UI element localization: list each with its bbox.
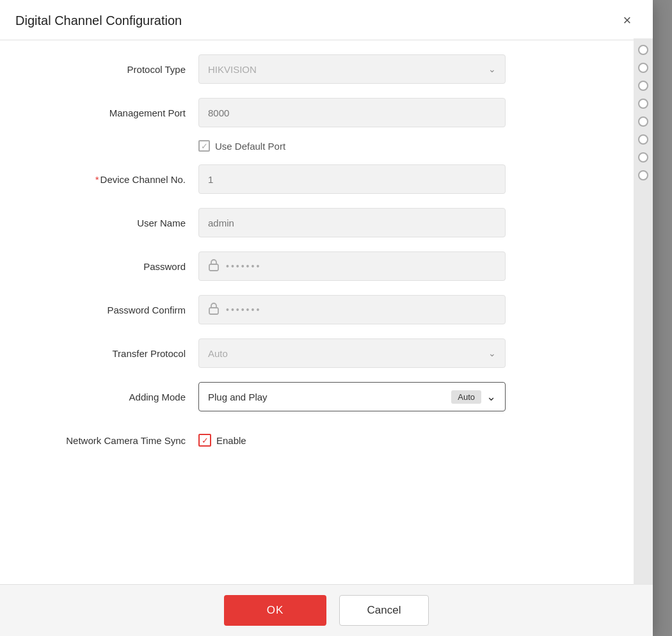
use-default-port-checkbox-wrapper[interactable]: ✓ Use Default Port [198, 140, 285, 152]
lock-icon [208, 258, 220, 274]
digital-channel-dialog: Digital Channel Configuration × Protocol… [0, 0, 653, 636]
password-confirm-row: Password Confirm ••••••• [19, 294, 634, 326]
protocol-type-row: Protocol Type HIKVISION ⌄ [19, 53, 634, 85]
adding-mode-value: Plug and Play [208, 392, 268, 402]
protocol-type-chevron-icon: ⌄ [488, 64, 496, 74]
device-channel-no-row: *Device Channel No. 1 [19, 163, 634, 195]
time-sync-checkbox[interactable]: ✓ [198, 434, 211, 447]
time-sync-value-wrapper: ✓ Enable [198, 434, 246, 447]
use-default-port-row: ✓ Use Default Port [19, 140, 634, 152]
svg-rect-0 [209, 264, 218, 271]
right-panel-dot [638, 152, 648, 163]
management-port-row: Management Port 8000 [19, 97, 634, 129]
use-default-port-label: Use Default Port [215, 141, 285, 152]
right-panel-dot [638, 134, 648, 145]
transfer-protocol-select[interactable]: Auto ⌄ [198, 338, 506, 368]
password-confirm-label: Password Confirm [19, 305, 198, 315]
checkmark-red-icon: ✓ [202, 436, 209, 445]
adding-mode-label: Adding Mode [19, 392, 198, 402]
checkmark-icon: ✓ [201, 141, 208, 151]
adding-mode-chevron-icon: ⌄ [486, 390, 496, 404]
ok-button[interactable]: OK [224, 595, 326, 626]
user-name-label: User Name [19, 218, 198, 228]
dialog-header: Digital Channel Configuration × [0, 0, 653, 40]
cancel-button[interactable]: Cancel [339, 595, 429, 626]
adding-mode-select[interactable]: Plug and Play Auto ⌄ [198, 382, 506, 411]
adding-mode-row: Adding Mode Plug and Play Auto ⌄ [19, 381, 634, 413]
right-panel-dot [638, 63, 648, 73]
right-panel-dot [638, 116, 648, 127]
right-panel-dot [638, 81, 648, 91]
management-port-input[interactable]: 8000 [198, 98, 506, 127]
lock-confirm-icon [208, 302, 220, 318]
dialog-title: Digital Channel Configuration [15, 13, 182, 28]
protocol-type-value: HIKVISION [208, 64, 257, 75]
password-dots: ••••••• [226, 261, 261, 271]
right-panel-dot [638, 170, 648, 180]
dialog-body: Protocol Type HIKVISION ⌄ Management Por… [0, 40, 653, 584]
transfer-protocol-label: Transfer Protocol [19, 348, 198, 359]
close-button[interactable]: × [617, 10, 637, 31]
password-row: Password ••••••• [19, 250, 634, 282]
adding-mode-badge: Auto [451, 390, 481, 404]
svg-rect-1 [209, 308, 218, 314]
required-star: * [95, 174, 99, 185]
transfer-protocol-chevron-icon: ⌄ [488, 348, 496, 358]
protocol-type-label: Protocol Type [19, 64, 198, 75]
device-channel-no-input[interactable]: 1 [198, 164, 506, 194]
password-confirm-dots: ••••••• [226, 305, 261, 315]
time-sync-row: Network Camera Time Sync ✓ Enable [19, 424, 634, 456]
transfer-protocol-value: Auto [208, 348, 228, 359]
user-name-input[interactable]: admin [198, 208, 506, 237]
transfer-protocol-row: Transfer Protocol Auto ⌄ [19, 337, 634, 369]
device-channel-no-label: *Device Channel No. [19, 174, 198, 185]
right-panel-dot [638, 99, 648, 109]
use-default-port-checkbox[interactable]: ✓ [198, 140, 210, 152]
user-name-row: User Name admin [19, 207, 634, 239]
right-panel-dot [638, 45, 648, 55]
time-sync-enable-label: Enable [216, 435, 246, 446]
dialog-footer: OK Cancel [0, 584, 653, 636]
management-port-label: Management Port [19, 107, 198, 118]
right-panel [634, 38, 653, 585]
protocol-type-select[interactable]: HIKVISION ⌄ [198, 54, 506, 84]
password-input-wrapper[interactable]: ••••••• [198, 251, 506, 281]
password-confirm-input-wrapper[interactable]: ••••••• [198, 295, 506, 324]
password-label: Password [19, 261, 198, 272]
time-sync-label: Network Camera Time Sync [19, 435, 198, 446]
